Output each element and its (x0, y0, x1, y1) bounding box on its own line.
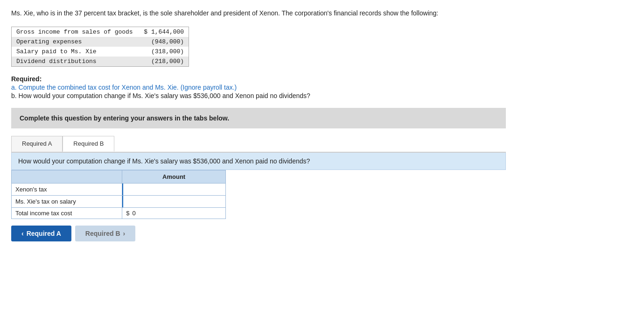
dollar-sign: $ (126, 210, 129, 217)
nav-buttons: ‹Required A Required B› (11, 226, 245, 241)
amount-header: Amount (122, 170, 226, 184)
answer-row[interactable]: Ms. Xie's tax on salary (12, 196, 226, 208)
tabs-container: Required A Required B (11, 136, 506, 153)
answer-input-cell[interactable] (122, 196, 226, 208)
financial-row: Operating expenses(948,000) (12, 37, 189, 47)
financial-label: Dividend distributions (12, 57, 138, 67)
financial-row: Salary paid to Ms. Xie(318,000) (12, 47, 189, 57)
tab-required-b[interactable]: Required B (63, 136, 114, 152)
tab-required-a[interactable]: Required A (11, 136, 63, 152)
nav-a-label: Required A (27, 230, 61, 237)
required-b-button[interactable]: Required B› (75, 226, 135, 241)
answer-table: Amount Xenon's tax Ms. Xie's tax on sala… (11, 170, 226, 219)
answer-total-cell: $ 0 (122, 208, 226, 219)
financial-value: (318,000) (138, 47, 189, 57)
financial-table: Gross income from sales of goods$ 1,644,… (11, 27, 189, 67)
complete-box: Complete this question by entering your … (11, 108, 506, 128)
required-item-b: b. How would your computation change if … (11, 92, 633, 99)
answer-row[interactable]: Xenon's tax (12, 184, 226, 196)
answer-label: Total income tax cost (12, 208, 122, 219)
row-label-header (12, 170, 122, 184)
financial-label: Salary paid to Ms. Xie (12, 47, 138, 57)
required-item-a: a. Compute the combined tax cost for Xen… (11, 84, 633, 91)
answer-input[interactable] (122, 184, 225, 195)
financial-label: Operating expenses (12, 37, 138, 47)
question-bar: How would your computation change if Ms.… (11, 153, 506, 170)
answer-table-wrapper: Amount Xenon's tax Ms. Xie's tax on sala… (11, 170, 226, 219)
financial-value: $ 1,644,000 (138, 27, 189, 37)
required-section: Required: a. Compute the combined tax co… (11, 75, 633, 99)
financial-row: Gross income from sales of goods$ 1,644,… (12, 27, 189, 37)
required-a-button[interactable]: ‹Required A (11, 226, 71, 241)
answer-input-cell[interactable] (122, 184, 226, 196)
answer-label: Ms. Xie's tax on salary (12, 196, 122, 208)
answer-input[interactable] (122, 196, 225, 207)
answer-label: Xenon's tax (12, 184, 122, 196)
nav-b-icon: › (123, 230, 126, 237)
intro-paragraph: Ms. Xie, who is in the 37 percent tax br… (11, 8, 501, 18)
total-value: 0 (132, 210, 135, 217)
answer-row: Total income tax cost $ 0 (12, 208, 226, 219)
financial-row: Dividend distributions(218,000) (12, 57, 189, 67)
financial-value: (218,000) (138, 57, 189, 67)
nav-a-icon: ‹ (21, 230, 24, 237)
financial-value: (948,000) (138, 37, 189, 47)
required-label: Required: (11, 75, 633, 83)
financial-label: Gross income from sales of goods (12, 27, 138, 37)
nav-b-label: Required B (85, 230, 120, 237)
